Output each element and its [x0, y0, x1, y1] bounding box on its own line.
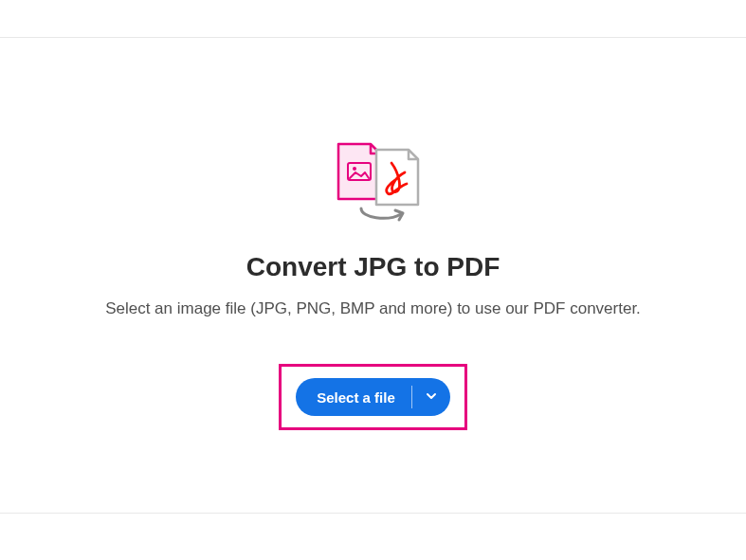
divider-bottom [0, 513, 746, 514]
main-content: Convert JPG to PDF Select an image file … [0, 38, 746, 513]
page-subtitle: Select an image file (JPG, PNG, BMP and … [105, 299, 641, 318]
chevron-down-icon [426, 390, 437, 405]
page-title: Convert JPG to PDF [246, 252, 500, 282]
highlight-frame: Select a file [279, 364, 467, 430]
select-file-label: Select a file [317, 389, 395, 406]
select-file-dropdown-button[interactable] [412, 378, 450, 416]
svg-point-1 [353, 167, 356, 171]
select-file-button-group: Select a file [296, 378, 450, 416]
conversion-icon [321, 140, 426, 226]
select-file-button[interactable]: Select a file [296, 378, 412, 416]
